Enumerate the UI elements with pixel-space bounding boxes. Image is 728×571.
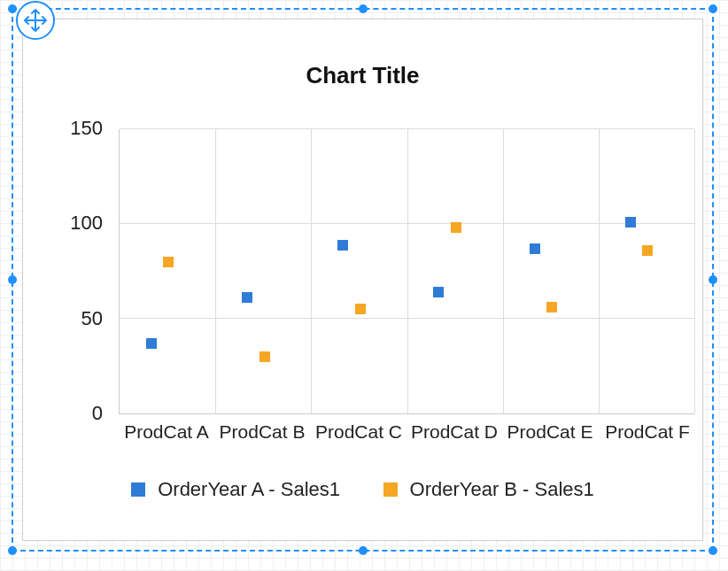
legend-swatch [383, 482, 398, 497]
chart-selection-frame[interactable]: Chart Title 150 100 50 0 [12, 8, 714, 552]
data-point[interactable] [530, 243, 540, 254]
move-handle-icon[interactable] [16, 1, 55, 40]
plot-area[interactable] [119, 129, 694, 414]
x-tick: ProdCat B [220, 421, 306, 443]
resize-handle-w[interactable] [8, 275, 17, 284]
x-tick: ProdCat A [124, 421, 209, 443]
legend-label: OrderYear B - Sales1 [410, 478, 594, 501]
resize-handle-sw[interactable] [8, 546, 17, 555]
resize-handle-e[interactable] [709, 275, 717, 284]
x-tick: ProdCat D [411, 421, 498, 443]
data-point[interactable] [355, 304, 366, 314]
data-point[interactable] [337, 240, 348, 251]
data-point[interactable] [146, 338, 157, 349]
y-tick: 150 [50, 117, 103, 140]
chart-panel[interactable]: Chart Title 150 100 50 0 [22, 19, 703, 541]
gridline [407, 129, 408, 413]
resize-handle-n[interactable] [359, 4, 368, 13]
legend-item[interactable]: OrderYear B - Sales1 [383, 478, 594, 501]
data-point[interactable] [451, 222, 461, 233]
legend-swatch [131, 482, 145, 497]
resize-handle-nw[interactable] [8, 4, 17, 13]
legend-label: OrderYear A - Sales1 [158, 478, 340, 501]
chart-title[interactable]: Chart Title [23, 62, 702, 89]
data-point[interactable] [433, 287, 444, 297]
y-tick: 0 [50, 402, 103, 425]
y-tick: 100 [50, 212, 103, 235]
gridline [503, 129, 504, 413]
resize-handle-se[interactable] [709, 546, 717, 555]
gridline [215, 129, 216, 413]
gridline [311, 129, 312, 413]
legend-item[interactable]: OrderYear A - Sales1 [131, 478, 340, 501]
data-point[interactable] [642, 245, 653, 256]
legend[interactable]: OrderYear A - Sales1 OrderYear B - Sales… [23, 478, 702, 501]
y-tick: 50 [50, 307, 103, 330]
data-point[interactable] [625, 217, 636, 228]
resize-handle-ne[interactable] [709, 4, 717, 13]
data-point[interactable] [546, 302, 557, 313]
data-point[interactable] [259, 351, 270, 362]
data-point[interactable] [163, 257, 174, 267]
x-tick: ProdCat E [507, 421, 593, 443]
gridline [694, 129, 695, 413]
resize-handle-s[interactable] [359, 546, 368, 555]
x-tick: ProdCat C [315, 421, 402, 443]
gridline [599, 129, 600, 413]
x-tick: ProdCat F [605, 421, 690, 443]
data-point[interactable] [242, 292, 252, 303]
